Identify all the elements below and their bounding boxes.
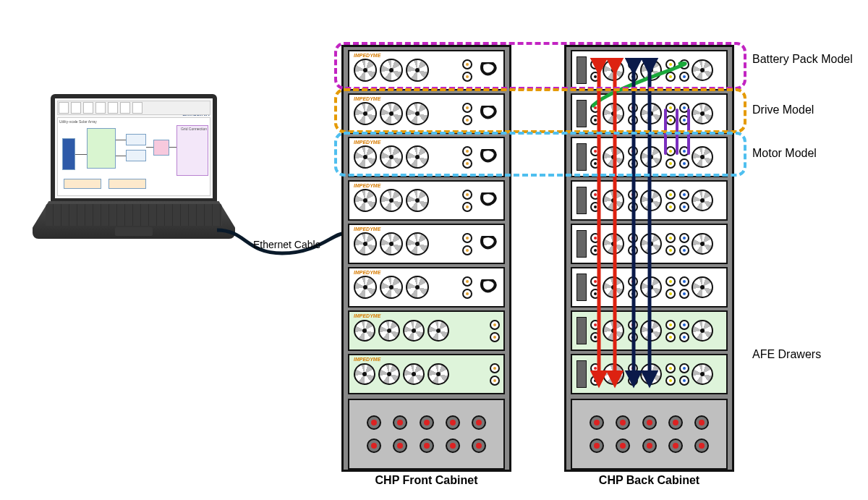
- banana-jack-icon: [679, 289, 689, 299]
- banana-jack-icon: [490, 376, 500, 386]
- banana-jack-icon: [462, 276, 472, 287]
- io-jack-icon: [393, 415, 407, 430]
- banana-jack-icon: [462, 115, 472, 125]
- banana-jack-icon: [490, 363, 500, 373]
- fan-icon: [378, 363, 400, 385]
- fan-icon: [692, 103, 713, 124]
- simulink-toolbar: [57, 101, 210, 115]
- fan-icon: [354, 320, 375, 342]
- io-jack-icon: [420, 415, 434, 430]
- banana-jack-icon: [665, 320, 676, 330]
- fan-icon: [603, 233, 624, 255]
- front-drawer: IMPEDYME: [348, 137, 505, 177]
- front-drawer: IMPEDYME: [348, 50, 505, 90]
- banana-jack-icon: [590, 158, 600, 169]
- io-jack-icon: [472, 415, 486, 430]
- banana-jack-icon: [679, 59, 689, 69]
- front-afe-drawer: IMPEDYME: [348, 310, 505, 351]
- fan-icon: [354, 189, 377, 212]
- io-jack-icon: [446, 415, 460, 430]
- fan-icon: [640, 320, 662, 342]
- back-drawer: [571, 93, 728, 134]
- back-drawer: [571, 137, 728, 177]
- io-jack-icon: [642, 415, 657, 430]
- banana-jack-icon: [590, 146, 600, 156]
- banana-jack-icon: [590, 72, 600, 82]
- banana-jack-icon: [628, 289, 638, 299]
- banana-jack-icon: [665, 202, 676, 212]
- banana-jack-icon: [628, 363, 638, 373]
- io-jack-icon: [590, 438, 604, 453]
- banana-jack-icon: [679, 276, 689, 287]
- drawer-brand: IMPEDYME: [354, 183, 380, 188]
- banana-jack-icon: [665, 146, 676, 156]
- banana-jack-icon: [628, 332, 638, 342]
- banana-jack-icon: [679, 72, 689, 82]
- banana-jack-icon: [462, 202, 472, 212]
- banana-jack-icon: [462, 233, 472, 243]
- io-jack-icon: [616, 415, 630, 430]
- banana-jack-icon: [462, 59, 472, 69]
- back-drawer: [571, 267, 728, 308]
- fan-icon: [603, 103, 624, 124]
- io-jack-icon: [472, 438, 486, 453]
- banana-jack-icon: [665, 245, 676, 255]
- banana-jack-icon: [665, 289, 676, 299]
- fan-icon: [692, 146, 713, 168]
- fan-icon: [406, 276, 429, 299]
- laptop-bezel: MATLAB SIMULINK Utility-scale Solar Arra…: [51, 94, 217, 203]
- fan-icon: [427, 363, 449, 385]
- drawer-brand: IMPEDYME: [354, 270, 380, 275]
- back-cabinet-label: CHP Back Cabinet: [564, 474, 734, 487]
- fan-icon: [603, 276, 624, 298]
- banana-jack-icon: [628, 245, 638, 255]
- banana-jack-icon: [462, 190, 472, 200]
- drawer-brand: IMPEDYME: [354, 96, 380, 101]
- banana-jack-icon: [665, 376, 676, 386]
- grid-block-label: Grid Connection: [181, 127, 207, 131]
- io-jack-icon: [393, 438, 407, 453]
- banana-jack-icon: [628, 158, 638, 169]
- ethernet-label: Ethernet Cable: [253, 239, 320, 250]
- front-cabinet-label: CHP Front Cabinet: [341, 474, 511, 487]
- front-io-panel: [348, 399, 505, 470]
- drawer-brand: IMPEDYME: [354, 53, 380, 58]
- banana-jack-icon: [590, 363, 600, 373]
- fan-icon: [354, 363, 375, 385]
- banana-jack-icon: [590, 276, 600, 287]
- banana-jack-icon: [590, 59, 600, 69]
- laptop: MATLAB SIMULINK Utility-scale Solar Arra…: [33, 94, 235, 239]
- front-drawer: IMPEDYME: [348, 224, 505, 264]
- banana-jack-icon: [590, 245, 600, 255]
- banana-jack-icon: [462, 245, 472, 255]
- front-afe-drawer: IMPEDYME: [348, 354, 505, 394]
- fan-icon: [692, 363, 713, 385]
- banana-jack-icon: [462, 72, 472, 82]
- banana-jack-icon: [628, 233, 638, 243]
- banana-jack-icon: [679, 202, 689, 212]
- fan-icon: [380, 59, 403, 82]
- fan-icon: [603, 190, 624, 211]
- front-drawer: IMPEDYME: [348, 93, 505, 134]
- fan-icon: [692, 233, 713, 255]
- banana-jack-icon: [628, 59, 638, 69]
- fan-icon: [406, 59, 429, 82]
- banana-jack-icon: [679, 158, 689, 169]
- banana-jack-icon: [462, 289, 472, 299]
- fan-icon: [354, 232, 377, 255]
- module-slot-icon: [576, 143, 587, 171]
- fan-icon: [354, 59, 377, 82]
- laptop-screen: MATLAB SIMULINK Utility-scale Solar Arra…: [55, 98, 213, 198]
- io-jack-icon: [616, 438, 630, 453]
- banana-jack-icon: [665, 103, 676, 113]
- cable-loop-icon: [478, 106, 500, 122]
- module-slot-icon: [576, 100, 587, 127]
- simulink-canvas: Utility-scale Solar Array Grid Connectio…: [57, 117, 210, 196]
- module-slot-icon: [576, 56, 587, 84]
- chp-back-cabinet: [564, 45, 734, 472]
- cable-loop-icon: [478, 149, 500, 165]
- banana-jack-icon: [462, 158, 472, 169]
- banana-jack-icon: [590, 233, 600, 243]
- fan-icon: [692, 190, 713, 211]
- banana-jack-icon: [679, 376, 689, 386]
